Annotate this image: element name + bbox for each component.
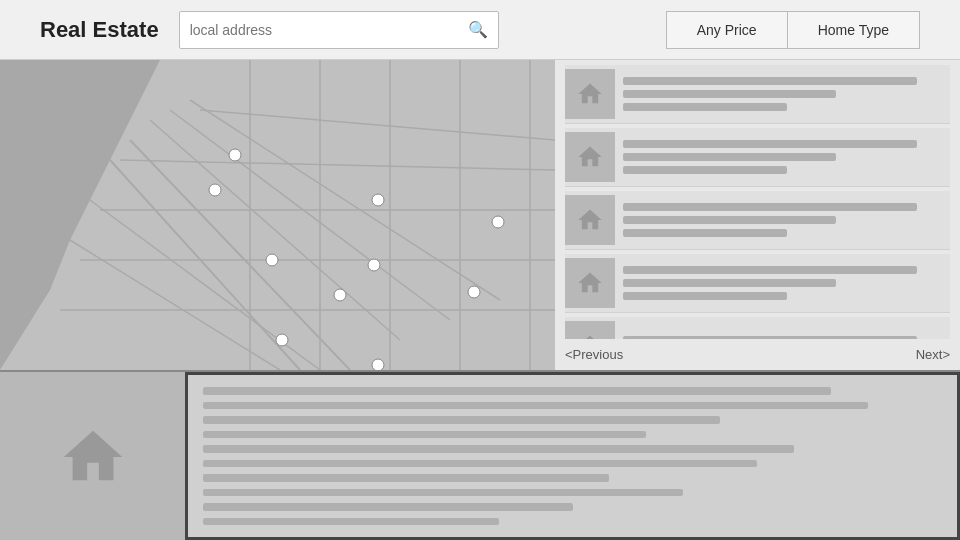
listing-details	[623, 203, 950, 237]
home-type-filter-button[interactable]: Home Type	[787, 11, 920, 49]
search-button[interactable]: 🔍	[468, 20, 488, 39]
svg-point-23	[266, 254, 278, 266]
detail-line	[203, 445, 794, 453]
svg-point-20	[209, 184, 221, 196]
detail-line	[203, 402, 868, 410]
detail-line	[203, 503, 573, 511]
next-button[interactable]: Next>	[916, 347, 950, 362]
svg-point-21	[372, 194, 384, 206]
svg-point-19	[229, 149, 241, 161]
detail-line	[203, 518, 499, 526]
listing-thumbnail	[565, 258, 615, 308]
svg-point-28	[372, 359, 384, 370]
listing-item[interactable]	[565, 128, 950, 187]
listing-line	[623, 266, 917, 274]
search-bar: 🔍	[179, 11, 499, 49]
svg-point-22	[492, 216, 504, 228]
detail-line	[203, 489, 683, 497]
right-column: <Previous Next>	[555, 60, 960, 370]
detail-line	[203, 431, 646, 439]
listing-thumbnail	[565, 321, 615, 339]
header: Real Estate 🔍 Any Price Home Type	[0, 0, 960, 60]
listing-item[interactable]	[565, 317, 950, 339]
listing-line	[623, 292, 787, 300]
svg-point-24	[468, 286, 480, 298]
listing-line	[623, 153, 836, 161]
listing-details	[623, 140, 950, 174]
listing-details	[623, 77, 950, 111]
listing-item[interactable]	[565, 191, 950, 250]
main-content: <Previous Next>	[0, 60, 960, 370]
listings-panel	[555, 60, 960, 339]
detail-line	[203, 387, 831, 395]
listing-thumbnail	[565, 195, 615, 245]
listing-thumbnail	[565, 132, 615, 182]
svg-point-26	[368, 259, 380, 271]
detail-line	[203, 460, 757, 468]
listing-line	[623, 279, 836, 287]
app-title: Real Estate	[40, 17, 159, 43]
listing-line	[623, 166, 787, 174]
listing-line	[623, 140, 917, 148]
svg-point-27	[276, 334, 288, 346]
listing-details	[623, 266, 950, 300]
detail-content	[185, 372, 960, 540]
listing-line	[623, 203, 917, 211]
detail-line	[203, 474, 609, 482]
pagination: <Previous Next>	[555, 339, 960, 370]
svg-point-25	[334, 289, 346, 301]
listing-item[interactable]	[565, 254, 950, 313]
listing-thumbnail	[565, 69, 615, 119]
price-filter-button[interactable]: Any Price	[666, 11, 787, 49]
filter-buttons: Any Price Home Type	[666, 11, 920, 49]
detail-thumbnail	[0, 372, 185, 540]
listing-item[interactable]	[565, 65, 950, 124]
listing-line	[623, 77, 917, 85]
prev-button[interactable]: <Previous	[565, 347, 623, 362]
listing-line	[623, 90, 836, 98]
search-input[interactable]	[190, 22, 468, 38]
map-container[interactable]	[0, 60, 555, 370]
listing-line	[623, 103, 787, 111]
listing-line	[623, 229, 787, 237]
detail-section	[0, 370, 960, 540]
detail-line	[203, 416, 720, 424]
listing-line	[623, 216, 836, 224]
